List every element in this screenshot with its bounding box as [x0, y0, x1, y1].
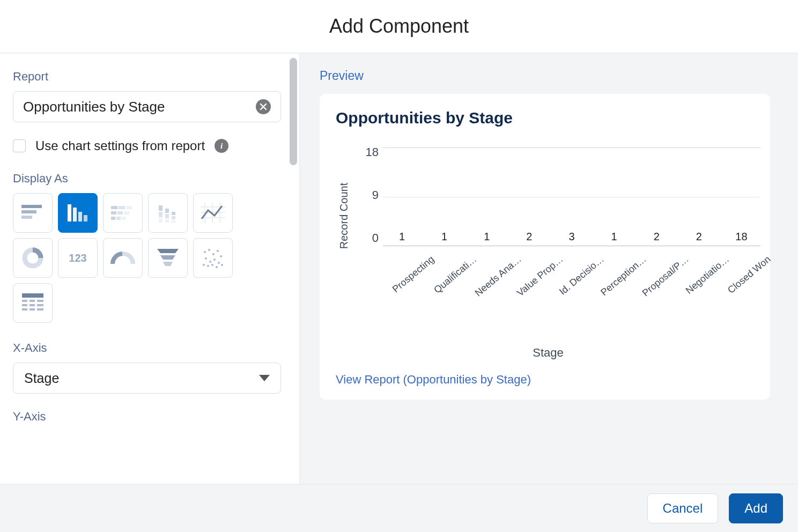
svg-rect-54 [29, 304, 35, 306]
modal-footer: Cancel Add [0, 484, 798, 532]
preview-label: Preview [320, 69, 779, 83]
svg-rect-20 [165, 214, 169, 218]
bar-value-label: 1 [597, 231, 631, 243]
svg-point-43 [218, 262, 220, 264]
add-button[interactable]: Add [729, 493, 783, 523]
chart-x-axis-title: Stage [336, 346, 760, 360]
display-metric-icon[interactable]: 123 [58, 238, 98, 278]
svg-rect-4 [73, 208, 77, 221]
bar-value-label: 1 [427, 231, 462, 243]
display-as-grid: 123 [13, 193, 249, 323]
bar-value-label: 1 [470, 231, 504, 243]
svg-point-42 [213, 258, 216, 261]
xaxis-value: Stage [24, 371, 259, 386]
report-label: Report [13, 70, 286, 84]
view-report-link[interactable]: View Report (Opportunities by Stage) [336, 373, 760, 387]
chart-y-ticks: 18 9 0 [353, 143, 383, 272]
bar-value-label: 2 [512, 231, 546, 243]
clear-icon[interactable] [256, 99, 271, 114]
svg-rect-52 [37, 300, 43, 302]
svg-rect-24 [172, 220, 175, 223]
svg-rect-8 [119, 206, 125, 209]
svg-point-48 [216, 266, 218, 268]
svg-marker-34 [163, 262, 173, 266]
svg-rect-0 [21, 205, 42, 208]
scrollbar[interactable] [290, 58, 297, 165]
chart-y-axis-title: Record Count [338, 182, 351, 248]
svg-rect-19 [165, 209, 169, 213]
svg-point-41 [209, 261, 211, 263]
bar-value-label: 18 [724, 231, 758, 243]
svg-rect-17 [159, 212, 162, 217]
svg-rect-50 [22, 300, 27, 302]
svg-rect-10 [111, 211, 116, 215]
svg-rect-23 [172, 216, 175, 219]
ytick: 18 [366, 145, 379, 159]
bar-value-label: 1 [385, 231, 419, 243]
svg-rect-53 [22, 304, 27, 306]
svg-rect-14 [116, 217, 121, 220]
svg-rect-51 [29, 300, 35, 302]
chevron-down-icon [259, 375, 270, 381]
ytick: 0 [372, 231, 379, 245]
modal-title: Add Component [329, 15, 469, 38]
display-vertical-bar-icon[interactable] [58, 193, 98, 233]
xaxis-label: X-Axis [13, 341, 286, 355]
xaxis-select[interactable]: Stage [13, 363, 281, 394]
svg-rect-57 [29, 308, 35, 311]
svg-rect-2 [21, 216, 32, 219]
svg-rect-56 [22, 308, 27, 311]
bar-value-label: 2 [682, 231, 716, 243]
bar-value-label: 3 [555, 231, 589, 243]
report-input-value: Opportunities by Stage [23, 99, 256, 115]
svg-rect-55 [37, 304, 43, 306]
svg-point-46 [207, 265, 209, 267]
svg-rect-15 [122, 217, 126, 220]
use-chart-settings-row: Use chart settings from report i [13, 138, 286, 153]
bar-value-label: 2 [639, 231, 674, 243]
svg-point-44 [221, 264, 223, 266]
svg-point-40 [205, 257, 207, 260]
svg-rect-21 [165, 219, 169, 223]
display-scatter-icon[interactable] [193, 238, 233, 278]
svg-rect-3 [68, 204, 71, 221]
left-panel: Report Opportunities by Stage Use chart … [0, 54, 300, 484]
chart-title: Opportunities by Stage [336, 109, 760, 127]
display-gauge-icon[interactable] [103, 238, 143, 278]
use-chart-settings-checkbox[interactable] [13, 139, 26, 152]
svg-rect-16 [159, 205, 162, 211]
svg-point-38 [217, 250, 219, 252]
display-funnel-icon[interactable] [148, 238, 188, 278]
info-icon[interactable]: i [215, 139, 228, 153]
svg-rect-9 [126, 206, 132, 209]
svg-point-45 [203, 264, 205, 266]
svg-point-39 [220, 255, 222, 257]
cancel-button[interactable]: Cancel [647, 493, 719, 523]
modal-header: Add Component [0, 0, 798, 54]
svg-rect-1 [21, 210, 36, 213]
chart-card: Opportunities by Stage Record Count 18 9… [320, 94, 770, 400]
svg-rect-7 [111, 206, 117, 209]
svg-marker-33 [160, 255, 175, 260]
x-axis-category: Closed Won [726, 254, 773, 296]
svg-rect-6 [84, 215, 87, 221]
svg-rect-18 [159, 218, 162, 223]
svg-rect-5 [78, 212, 82, 221]
report-input[interactable]: Opportunities by Stage [13, 91, 281, 122]
display-stacked-horizontal-icon[interactable] [103, 193, 143, 233]
svg-point-37 [212, 253, 215, 255]
svg-point-47 [211, 264, 213, 266]
display-donut-icon[interactable] [13, 238, 53, 278]
svg-marker-32 [157, 249, 179, 253]
svg-rect-58 [37, 308, 43, 311]
display-table-icon[interactable] [13, 283, 53, 323]
svg-rect-11 [117, 211, 123, 215]
svg-rect-13 [111, 217, 115, 220]
use-chart-settings-label: Use chart settings from report [35, 138, 205, 153]
yaxis-label: Y-Axis [13, 410, 286, 424]
svg-rect-22 [172, 212, 175, 215]
preview-panel: Preview Opportunities by Stage Record Co… [300, 54, 798, 484]
display-stacked-vertical-icon[interactable] [148, 193, 188, 233]
display-line-icon[interactable] [193, 193, 233, 233]
display-horizontal-bar-icon[interactable] [13, 193, 53, 233]
